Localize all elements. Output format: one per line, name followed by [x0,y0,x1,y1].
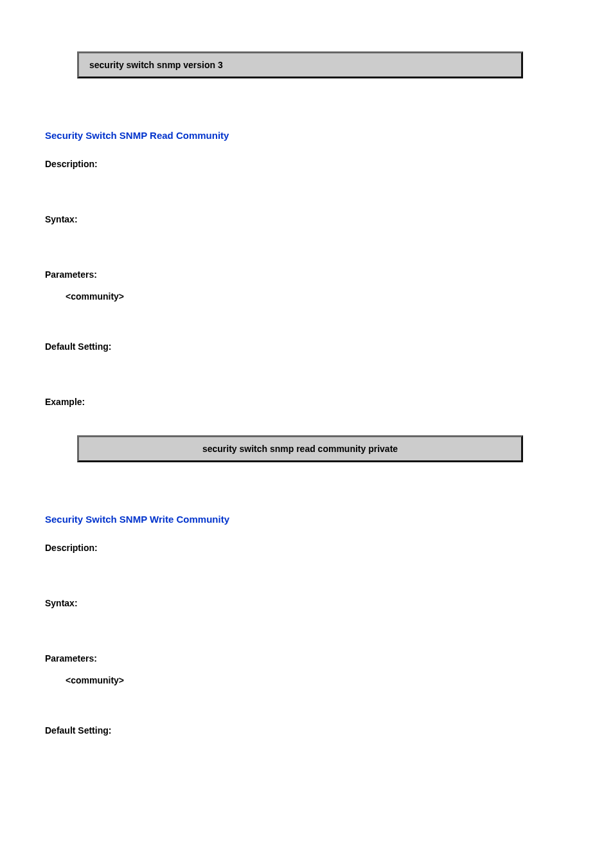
section-write-community: Security Switch SNMP Write Community Des… [45,514,568,736]
parameter-community: <community> [66,675,568,685]
command-box-version: security switch snmp version 3 [77,51,523,78]
description-label: Description: [45,543,568,553]
section-title: Security Switch SNMP Write Community [45,514,568,525]
command-text: security switch snmp read community priv… [202,444,398,454]
command-box-read-community: security switch snmp read community priv… [77,435,523,462]
parameter-community: <community> [66,291,568,302]
example-label: Example: [45,397,568,407]
command-text: security switch snmp version 3 [89,60,223,70]
parameters-label: Parameters: [45,653,568,664]
description-label: Description: [45,159,568,169]
syntax-label: Syntax: [45,214,568,224]
default-setting-label: Default Setting: [45,341,568,352]
default-setting-label: Default Setting: [45,725,568,736]
section-title: Security Switch SNMP Read Community [45,130,568,141]
parameters-label: Parameters: [45,269,568,280]
section-read-community: Security Switch SNMP Read Community Desc… [45,130,568,462]
syntax-label: Syntax: [45,598,568,608]
